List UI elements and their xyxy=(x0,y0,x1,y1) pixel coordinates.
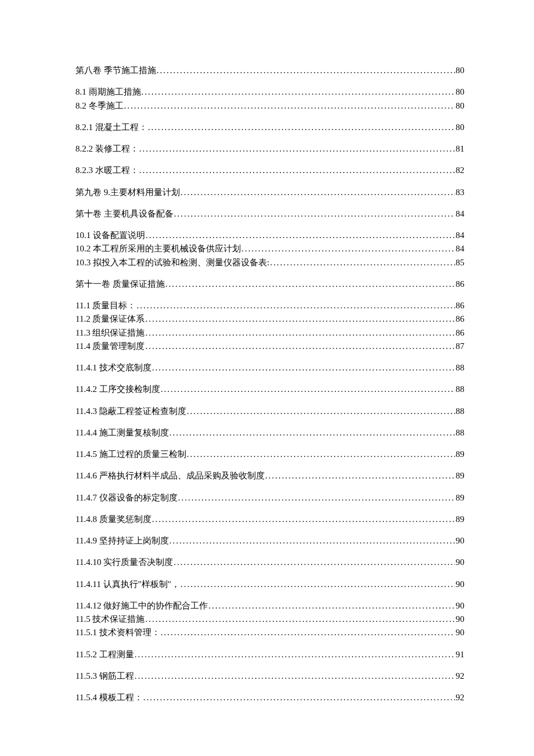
toc-leader-dots xyxy=(181,186,455,199)
toc-leader-dots xyxy=(152,513,455,526)
toc-entry: 11.5.3 钢筋工程92 xyxy=(75,669,464,683)
toc-entry-page: 89 xyxy=(456,513,464,526)
toc-entry-title: 11.4.10 实行质量否决制度 xyxy=(75,556,173,569)
toc-entry-page: 90 xyxy=(456,599,464,613)
toc-entry-title: 11.4.7 仪器设备的标定制度 xyxy=(75,491,178,505)
toc-entry-page: 92 xyxy=(456,669,464,683)
toc-leader-dots xyxy=(165,278,455,291)
toc-entry-page: 88 xyxy=(456,383,464,396)
toc-leader-dots xyxy=(145,312,455,326)
toc-entry-title: 11.5.2 工程测量 xyxy=(75,648,134,661)
toc-leader-dots xyxy=(270,256,455,269)
toc-entry: 11.4.11 认真执行"样板制"，90 xyxy=(75,578,464,591)
toc-entry-page: 90 xyxy=(456,626,464,639)
toc-entry-page: 90 xyxy=(456,613,464,626)
toc-leader-dots xyxy=(152,361,455,375)
toc-entry-title: 11.5.3 钢筋工程 xyxy=(75,669,134,683)
toc-entry-title: 第十一卷 质量保证措施 xyxy=(75,278,165,291)
toc-entry-title: 8.1 雨期施工措施 xyxy=(75,85,141,99)
toc-entry-title: 11.4.6 严格执行材料半成品、成品采购及验收制度 xyxy=(75,469,265,483)
toc-entry: 第九卷 9.主要材料用量计划83 xyxy=(75,186,464,199)
toc-entry-page: 90 xyxy=(456,578,464,591)
toc-entry: 8.1 雨期施工措施80 xyxy=(75,85,464,99)
toc-entry-title: 8.2.1 混凝土工程： xyxy=(75,121,147,134)
toc-entry: 第十一卷 质量保证措施86 xyxy=(75,278,464,291)
toc-entry-title: 11.4.2 工序交接检制度 xyxy=(75,383,160,396)
toc-container: 第八卷 季节施工措施808.1 雨期施工措施808.2 冬季施工808.2.1 … xyxy=(75,64,464,704)
toc-leader-dots xyxy=(174,207,455,221)
toc-entry: 10.1 设备配置说明84 xyxy=(75,229,464,242)
toc-entry-page: 90 xyxy=(456,534,464,548)
toc-entry-title: 11.4.4 施工测量复核制度 xyxy=(75,426,169,440)
toc-entry: 11.5 技术保证措施90 xyxy=(75,613,464,626)
toc-entry: 11.5.2 工程测量91 xyxy=(75,648,464,661)
toc-leader-dots xyxy=(135,648,455,661)
toc-leader-dots xyxy=(145,340,455,353)
toc-entry-page: 82 xyxy=(456,164,464,177)
toc-entry-page: 88 xyxy=(456,405,464,418)
toc-entry-page: 87 xyxy=(456,340,464,353)
toc-entry-title: 11.5 技术保证措施 xyxy=(75,613,145,626)
toc-leader-dots xyxy=(139,142,455,156)
toc-leader-dots xyxy=(135,669,455,683)
toc-entry-page: 80 xyxy=(456,99,464,113)
toc-leader-dots xyxy=(161,383,455,396)
toc-leader-dots xyxy=(208,599,455,613)
toc-entry-title: 11.4.5 施工过程的质量三检制 xyxy=(75,448,186,461)
toc-entry-title: 11.1 质量目标： xyxy=(75,299,136,312)
toc-entry-page: 86 xyxy=(456,278,464,291)
toc-leader-dots xyxy=(145,326,455,340)
toc-entry: 11.4.10 实行质量否决制度90 xyxy=(75,556,464,569)
toc-entry-page: 90 xyxy=(456,556,464,569)
toc-entry: 11.5.4 模板工程：92 xyxy=(75,691,464,704)
toc-entry-title: 10.2 本工程所采用的主要机械设备供应计划 xyxy=(75,242,241,255)
toc-entry-title: 11.3 组织保证措施 xyxy=(75,326,145,340)
toc-entry-page: 86 xyxy=(456,299,464,312)
toc-page: 第八卷 季节施工措施808.1 雨期施工措施808.2 冬季施工808.2.1 … xyxy=(0,0,534,756)
toc-entry-title: 11.4 质量管理制度 xyxy=(75,340,145,353)
toc-entry-title: 11.2 质量保证体系 xyxy=(75,312,145,326)
toc-entry-page: 81 xyxy=(456,142,464,156)
toc-entry-page: 80 xyxy=(456,121,464,134)
toc-entry-title: 8.2.2 装修工程： xyxy=(75,142,139,156)
toc-entry: 11.4 质量管理制度87 xyxy=(75,340,464,353)
toc-entry-title: 第十卷 主要机具设备配备 xyxy=(75,207,174,221)
toc-leader-dots xyxy=(124,99,456,113)
toc-entry-page: 88 xyxy=(456,361,464,375)
toc-leader-dots xyxy=(241,242,455,255)
toc-entry: 11.3 组织保证措施86 xyxy=(75,326,464,340)
toc-entry-title: 第九卷 9.主要材料用量计划 xyxy=(75,186,180,199)
toc-entry: 10.3 拟投入本工程的试验和检测、测量仪器设备表:85 xyxy=(75,256,464,269)
toc-entry: 10.2 本工程所采用的主要机械设备供应计划84 xyxy=(75,242,464,255)
toc-leader-dots xyxy=(161,626,455,639)
toc-entry-title: 11.5.4 模板工程： xyxy=(75,691,143,704)
toc-entry-title: 11.5.1 技术资料管理： xyxy=(75,626,160,639)
toc-entry: 11.4.9 坚持持证上岗制度90 xyxy=(75,534,464,548)
toc-entry-title: 8.2 冬季施工 xyxy=(75,99,124,113)
toc-entry: 11.4.3 隐蔽工程签证检查制度88 xyxy=(75,405,464,418)
toc-leader-dots xyxy=(181,578,455,591)
toc-entry: 11.4.8 质量奖惩制度89 xyxy=(75,513,464,526)
toc-leader-dots xyxy=(139,164,455,177)
toc-entry-page: 84 xyxy=(456,207,464,221)
toc-entry-page: 83 xyxy=(456,186,464,199)
toc-leader-dots xyxy=(136,299,455,312)
toc-entry-title: 10.3 拟投入本工程的试验和检测、测量仪器设备表: xyxy=(75,256,269,269)
toc-entry-title: 11.4.11 认真执行"样板制"， xyxy=(75,578,180,591)
toc-entry: 8.2.3 水暖工程：82 xyxy=(75,164,464,177)
toc-leader-dots xyxy=(157,64,455,77)
toc-leader-dots xyxy=(143,691,455,704)
toc-entry-page: 89 xyxy=(456,448,464,461)
toc-entry: 11.5.1 技术资料管理：90 xyxy=(75,626,464,639)
toc-leader-dots xyxy=(142,85,456,99)
toc-entry: 8.2 冬季施工80 xyxy=(75,99,464,113)
toc-leader-dots xyxy=(178,491,455,505)
toc-leader-dots xyxy=(265,469,455,483)
toc-entry-page: 84 xyxy=(456,229,464,242)
toc-entry: 第八卷 季节施工措施80 xyxy=(75,64,464,77)
toc-entry-page: 84 xyxy=(456,242,464,255)
toc-entry-title: 11.4.3 隐蔽工程签证检查制度 xyxy=(75,405,186,418)
toc-leader-dots xyxy=(169,426,455,440)
toc-entry: 8.2.2 装修工程：81 xyxy=(75,142,464,156)
toc-leader-dots xyxy=(146,229,455,242)
